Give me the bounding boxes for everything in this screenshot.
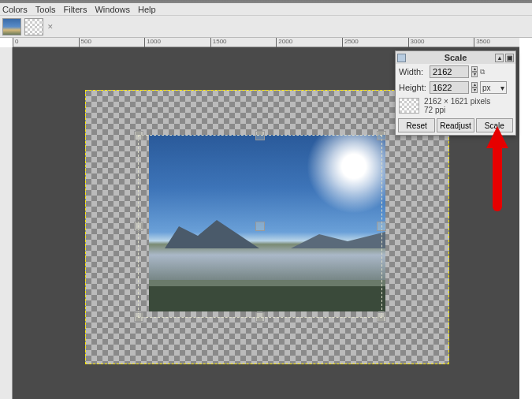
layer-thumb-transparent[interactable]: [24, 18, 43, 35]
menubar: Colors Tools Filters Windows Help: [0, 3, 532, 16]
unit-select[interactable]: px▾: [480, 81, 507, 94]
handle-top-left[interactable]: [134, 131, 143, 140]
dialog-icon: [397, 54, 406, 62]
dialog-titlebar[interactable]: Scale ▴ ▣: [396, 51, 515, 64]
scale-dialog: Scale ▴ ▣ Width: ▴▾ ⧉ Height: ▴▾ px▾ 216…: [395, 50, 516, 136]
collapse-icon[interactable]: ▴: [495, 54, 504, 62]
dialog-title-text: Scale: [445, 53, 467, 62]
height-spinner[interactable]: ▴▾: [471, 82, 478, 93]
menu-help[interactable]: Help: [138, 5, 156, 14]
width-label: Width:: [399, 67, 427, 76]
readjust-button[interactable]: Readjust: [437, 118, 474, 132]
layer-thumbnails: ✕: [0, 16, 532, 38]
ruler-horizontal: 0 500 1000 1500 2000 2500 3000 3500: [13, 38, 519, 47]
layer-thumb-image[interactable]: [2, 18, 21, 35]
menu-windows[interactable]: Windows: [95, 5, 130, 14]
menu-tools[interactable]: Tools: [35, 5, 56, 14]
ruler-vertical: [0, 47, 13, 399]
handle-left[interactable]: [134, 222, 143, 231]
width-spinner[interactable]: ▴▾: [471, 66, 478, 77]
preview-info: 2162 × 1621 pixels 72 ppi: [424, 97, 490, 114]
chain-link-icon[interactable]: ⧉: [480, 68, 488, 76]
scale-button[interactable]: Scale: [476, 118, 513, 132]
reset-button[interactable]: Reset: [398, 118, 435, 132]
menu-filters[interactable]: Filters: [63, 5, 87, 14]
height-input[interactable]: [430, 81, 469, 94]
close-icon[interactable]: ✕: [47, 23, 54, 31]
menu-colors[interactable]: Colors: [2, 5, 28, 14]
chevron-down-icon: ▾: [500, 84, 504, 92]
preview-thumb: [399, 98, 419, 114]
image-content: [149, 135, 385, 311]
handle-bottom-left[interactable]: [134, 312, 143, 322]
width-input[interactable]: [430, 65, 469, 78]
close-dialog-icon[interactable]: ▣: [505, 54, 514, 62]
handle-bottom[interactable]: [255, 312, 265, 322]
handle-bottom-right[interactable]: [377, 312, 386, 322]
height-label: Height:: [399, 83, 427, 92]
